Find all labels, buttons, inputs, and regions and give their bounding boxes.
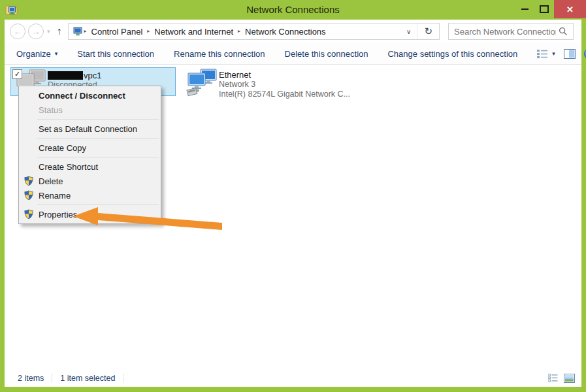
button-label: Delete this connection (285, 49, 368, 59)
crumb-separator-icon: ▸ (84, 28, 87, 34)
menu-item-label: Create Shortcut (39, 162, 98, 172)
title-bar[interactable]: Network Connections ✕ (0, 0, 586, 20)
start-connection-button[interactable]: Start this connection (77, 49, 154, 59)
menu-item-rename[interactable]: Rename (19, 188, 161, 203)
rename-connection-button[interactable]: Rename this connection (174, 49, 265, 59)
menu-item-label: Connect / Disconnect (39, 91, 125, 101)
forward-button[interactable]: → (28, 24, 44, 39)
up-icon: ↑ (57, 25, 62, 37)
back-button[interactable]: ← (10, 24, 25, 39)
preview-pane-icon[interactable] (564, 49, 576, 59)
context-menu: Connect / Disconnect Status Set as Defau… (18, 86, 161, 224)
button-label: Start this connection (77, 49, 154, 59)
chevron-down-icon: ▾ (552, 50, 555, 57)
menu-item-label: Create Copy (39, 143, 86, 153)
menu-item-label: Delete (39, 176, 63, 186)
redaction-box (48, 71, 83, 80)
status-bar: 2 items 1 item selected (5, 369, 581, 387)
organize-label: Organize (16, 49, 51, 59)
item-checkbox[interactable]: ✓ (12, 69, 22, 79)
menu-item-status: Status (19, 103, 161, 117)
selection-count: 1 item selected (60, 374, 123, 383)
back-icon: ← (14, 27, 22, 37)
change-settings-button[interactable]: Change settings of this connection (387, 49, 517, 59)
uac-shield-icon (24, 190, 34, 201)
chevron-down-icon: ▾ (55, 50, 58, 57)
history-dropdown[interactable]: ▾ (47, 28, 50, 35)
uac-shield-icon (24, 209, 34, 220)
minimize-icon (521, 8, 529, 10)
menu-item-properties[interactable]: Properties (19, 207, 161, 221)
menu-item-label: Rename (39, 191, 71, 201)
details-view-button[interactable] (548, 374, 558, 382)
forward-icon: → (32, 27, 41, 37)
up-button[interactable]: ↑ (57, 25, 62, 37)
menu-separator (37, 204, 159, 205)
menu-item-delete[interactable]: Delete (19, 174, 161, 188)
large-icons-view-button[interactable] (564, 374, 575, 383)
navigation-bar: ← → ▾ ↑ ▸ Control Panel ▸ Network and In… (5, 20, 581, 43)
address-dropdown-button[interactable]: ∨ (400, 28, 417, 35)
minimize-button[interactable] (515, 0, 534, 18)
views-icon (537, 49, 548, 59)
search-icon[interactable] (559, 27, 568, 36)
breadcrumb-network-and-internet[interactable]: Network and Internet (150, 27, 238, 37)
crumb-separator-icon: ▸ (238, 28, 240, 34)
window-title: Network Connections (0, 0, 586, 20)
menu-separator (37, 138, 159, 139)
delete-connection-button[interactable]: Delete this connection (285, 49, 368, 59)
change-view-button[interactable]: ▾ (537, 49, 555, 59)
check-icon: ✓ (14, 70, 20, 78)
connection-item-ethernet[interactable]: Ethernet Network 3 Intel(R) 82574L Gigab… (182, 67, 357, 105)
address-bar[interactable]: ▸ Control Panel ▸ Network and Internet ▸… (68, 23, 440, 40)
crumb-separator-icon: ▸ (147, 28, 150, 34)
menu-separator (37, 157, 159, 157)
menu-item-label: Properties (39, 210, 77, 220)
connection-name-line: vpc1 (48, 71, 101, 80)
search-box[interactable] (448, 23, 574, 40)
ethernet-network-icon (186, 69, 218, 99)
menu-separator (37, 119, 159, 120)
connection-device: Intel(R) 82574L Gigabit Network C... (219, 90, 350, 99)
menu-item-connect-disconnect[interactable]: Connect / Disconnect (19, 88, 161, 103)
refresh-button[interactable]: ↻ (417, 25, 439, 37)
refresh-icon: ↻ (424, 25, 432, 37)
menu-item-label: Set as Default Connection (39, 124, 137, 134)
maximize-icon (540, 5, 549, 13)
button-label: Change settings of this connection (387, 49, 517, 59)
menu-item-create-copy[interactable]: Create Copy (19, 140, 161, 155)
button-label: Rename this connection (174, 49, 265, 59)
breadcrumb-control-panel[interactable]: Control Panel (87, 27, 148, 37)
connection-network: Network 3 (219, 80, 350, 90)
close-button[interactable]: ✕ (554, 0, 586, 18)
menu-item-create-shortcut[interactable]: Create Shortcut (19, 159, 161, 174)
close-icon: ✕ (566, 5, 574, 14)
network-connections-window: Network Connections ✕ ← → ▾ ↑ ▸ Control … (0, 0, 586, 392)
chevron-down-icon: ∨ (406, 28, 411, 35)
connection-name: Ethernet (219, 70, 350, 80)
command-bar: Organize ▾ Start this connection Rename … (5, 43, 581, 65)
location-icon (73, 27, 83, 36)
menu-item-label: Status (39, 105, 63, 115)
organize-button[interactable]: Organize ▾ (16, 49, 57, 59)
search-input[interactable] (449, 27, 557, 37)
maximize-button[interactable] (534, 0, 554, 18)
menu-item-set-as-default[interactable]: Set as Default Connection (19, 122, 161, 136)
chevron-down-icon: ▾ (47, 28, 50, 35)
file-list-area[interactable]: ✓ vpc1 Disconnected (5, 65, 581, 369)
uac-shield-icon (24, 176, 34, 186)
breadcrumb-network-connections[interactable]: Network Connections (240, 27, 331, 37)
connection-name: vpc1 (84, 71, 101, 80)
items-count: 2 items (18, 374, 52, 383)
